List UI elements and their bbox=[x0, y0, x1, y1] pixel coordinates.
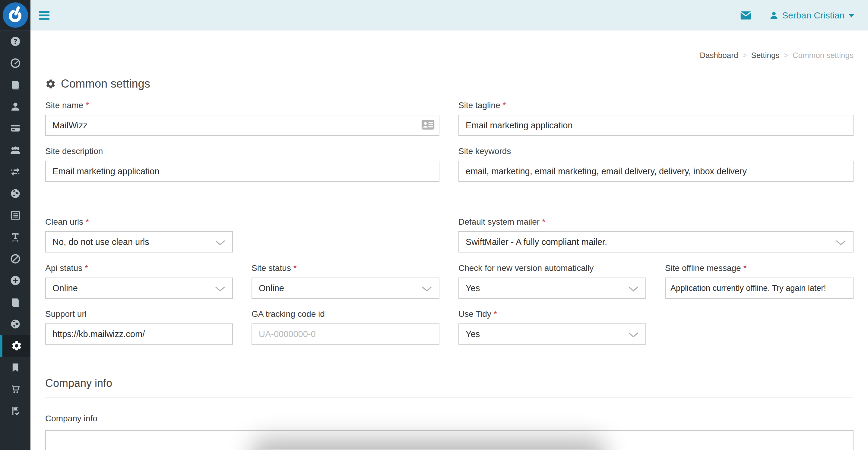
company-info-label: Company info bbox=[45, 414, 97, 423]
chevron-down-icon bbox=[421, 286, 432, 292]
field-site-keywords: Site keywords bbox=[459, 146, 854, 182]
book-icon bbox=[10, 297, 21, 308]
page-title: Common settings bbox=[45, 77, 150, 90]
gear-icon bbox=[45, 79, 56, 89]
user-name: Serban Cristian bbox=[782, 10, 844, 21]
breadcrumb-dashboard[interactable]: Dashboard bbox=[700, 51, 738, 60]
field-site-name: Site name* bbox=[45, 101, 439, 136]
site-description-input[interactable] bbox=[45, 161, 439, 182]
site-keywords-label: Site keywords bbox=[459, 146, 511, 156]
field-site-status: Site status* Online bbox=[251, 263, 439, 299]
company-info-textarea[interactable] bbox=[45, 430, 854, 450]
chevron-down-icon bbox=[215, 240, 226, 246]
site-keywords-input[interactable] bbox=[459, 161, 854, 182]
sidebar-item-translations[interactable] bbox=[0, 226, 30, 248]
breadcrumb-current: Common settings bbox=[793, 51, 854, 60]
use-tidy-select[interactable]: Yes bbox=[459, 324, 646, 345]
sidebar-item-bookmarks[interactable] bbox=[0, 357, 30, 378]
sidebar-item-extend[interactable] bbox=[0, 270, 30, 291]
support-url-input[interactable] bbox=[45, 324, 233, 345]
clean-urls-select[interactable]: No, do not use clean urls bbox=[45, 231, 233, 252]
user-menu[interactable]: Serban Cristian bbox=[769, 10, 854, 21]
field-ga-tracking: GA tracking code id bbox=[251, 309, 439, 345]
dashboard-icon bbox=[10, 58, 21, 68]
sidebar: ? bbox=[0, 0, 30, 450]
sidebar-item-settings[interactable] bbox=[0, 335, 30, 357]
check-version-select[interactable]: Yes bbox=[459, 278, 646, 299]
chevron-down-icon bbox=[215, 286, 226, 292]
required-asterisk: * bbox=[743, 263, 747, 273]
site-status-label: Site status bbox=[251, 263, 291, 273]
help-circle-icon: ? bbox=[10, 36, 21, 47]
field-site-offline-message: Site offline message* bbox=[665, 263, 854, 299]
sidebar-item-store[interactable] bbox=[0, 378, 30, 400]
sidebar-item-queue[interactable] bbox=[0, 400, 30, 422]
default-system-mailer-label: Default system mailer bbox=[459, 217, 539, 226]
book-icon bbox=[10, 79, 21, 90]
list-table-icon bbox=[10, 210, 21, 221]
ban-icon bbox=[10, 253, 21, 264]
required-asterisk: * bbox=[503, 101, 506, 110]
bookmark-icon bbox=[10, 362, 21, 373]
chevron-down-icon bbox=[628, 286, 639, 292]
sidebar-item-transactions[interactable] bbox=[0, 161, 30, 183]
breadcrumb-separator: > bbox=[742, 51, 747, 60]
field-company-info: Company info bbox=[45, 414, 854, 428]
sidebar-item-domains[interactable] bbox=[0, 183, 30, 204]
topbar: Serban Cristian bbox=[30, 0, 868, 30]
app-logo[interactable] bbox=[0, 0, 30, 30]
sidebar-item-lists[interactable] bbox=[0, 74, 30, 96]
hamburger-icon[interactable] bbox=[39, 10, 50, 21]
required-asterisk: * bbox=[86, 101, 89, 110]
ga-tracking-label: GA tracking code id bbox=[251, 309, 325, 319]
text-width-icon bbox=[10, 232, 21, 243]
exchange-arrows-icon bbox=[10, 166, 21, 177]
default-system-mailer-select[interactable]: SwiftMailer - A fully compliant mailer. bbox=[459, 231, 854, 252]
globe-icon bbox=[10, 319, 21, 330]
page-title-text: Common settings bbox=[61, 77, 150, 90]
plus-circle-icon bbox=[10, 275, 21, 286]
sidebar-item-dashboard[interactable] bbox=[0, 52, 30, 74]
sidebar-item-price-plans[interactable] bbox=[0, 117, 30, 139]
user-icon bbox=[10, 101, 21, 112]
sidebar-item-help[interactable]: ? bbox=[0, 30, 30, 52]
user-icon bbox=[769, 11, 778, 20]
breadcrumb-separator: > bbox=[784, 51, 788, 60]
site-description-label: Site description bbox=[45, 146, 103, 156]
site-offline-message-label: Site offline message bbox=[665, 263, 741, 273]
sidebar-item-customer[interactable] bbox=[0, 96, 30, 117]
breadcrumb-settings[interactable]: Settings bbox=[751, 51, 780, 60]
sidebar-item-blacklist[interactable] bbox=[0, 248, 30, 270]
sidebar-item-surveys[interactable] bbox=[0, 204, 30, 226]
topbar-right: Serban Cristian bbox=[740, 10, 868, 21]
sidebar-item-customers-group[interactable] bbox=[0, 139, 30, 161]
sidebar-item-locations[interactable] bbox=[0, 313, 30, 335]
vcard-icon[interactable] bbox=[421, 120, 435, 130]
use-tidy-label: Use Tidy bbox=[459, 309, 491, 319]
field-default-system-mailer: Default system mailer* SwiftMailer - A f… bbox=[459, 217, 854, 252]
power-logo-icon bbox=[2, 2, 29, 28]
field-api-status: Api status* Online bbox=[45, 263, 233, 299]
sidebar-nav: ? bbox=[0, 30, 30, 422]
site-offline-message-input[interactable] bbox=[665, 278, 854, 299]
envelope-icon bbox=[740, 11, 751, 20]
required-asterisk: * bbox=[293, 263, 297, 273]
site-tagline-input[interactable] bbox=[459, 115, 854, 136]
site-name-input[interactable] bbox=[45, 115, 439, 136]
chevron-down-icon bbox=[835, 240, 846, 246]
api-status-select[interactable]: Online bbox=[45, 278, 233, 299]
chevron-down-icon bbox=[628, 332, 639, 338]
flag-check-icon bbox=[10, 405, 21, 417]
ga-tracking-input[interactable] bbox=[251, 324, 439, 345]
support-url-label: Support url bbox=[45, 309, 87, 319]
section-divider bbox=[45, 397, 854, 398]
sidebar-item-guides[interactable] bbox=[0, 291, 30, 313]
credit-card-icon bbox=[10, 123, 21, 134]
users-group-icon bbox=[10, 144, 21, 156]
field-use-tidy: Use Tidy* Yes bbox=[459, 309, 646, 345]
svg-text:?: ? bbox=[13, 38, 17, 45]
site-status-select[interactable]: Online bbox=[251, 278, 439, 299]
bottom-sheet-shadow bbox=[259, 449, 598, 450]
messages-button[interactable] bbox=[740, 11, 751, 20]
breadcrumb: Dashboard > Settings > Common settings bbox=[700, 51, 854, 60]
